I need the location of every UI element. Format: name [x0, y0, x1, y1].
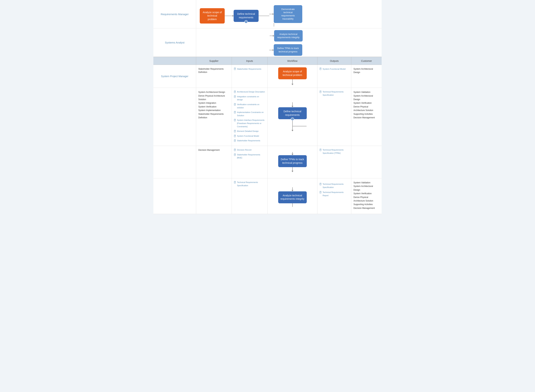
row-inputs-1: Stakeholder Requirements: [232, 65, 267, 88]
arrow-in: [292, 106, 293, 107]
arrow-tpm-in: [292, 154, 293, 155]
row-outputs-4: Technical Requirements Specification Tec…: [317, 178, 351, 214]
doc-item: Technical Requirements Report: [320, 191, 349, 197]
row-inputs-2: Architectural Design Description Integra…: [232, 88, 267, 146]
doc-icon: [234, 181, 236, 183]
table-row-3: Decision Management Decision Record Stak…: [153, 146, 382, 178]
doc-icon: [234, 139, 236, 142]
svg-rect-7: [234, 130, 236, 132]
supplier-line: System Verification: [198, 105, 230, 108]
fork-h: [292, 126, 307, 126]
doc-item: System Interface Requirements [Flowdown …: [234, 119, 265, 128]
row-role-1: System Project Manager: [153, 65, 196, 88]
col-header-customer: Customer: [351, 57, 382, 65]
doc-item: Stakeholder Requirements [MoE]: [234, 153, 265, 159]
workflow-box-3[interactable]: Define TPMs to track technical progress: [278, 155, 307, 167]
swim-label-requirements-manager: Requirements Manager: [153, 0, 196, 28]
row-supplier-4: [196, 178, 232, 214]
row-supplier-3: Decision Management: [196, 146, 232, 178]
doc-item: Decision Record: [234, 149, 265, 152]
arrow-branch-1: [269, 14, 274, 14]
customer-line: System Validation: [353, 90, 379, 94]
plus-badge-2: +: [291, 117, 294, 121]
table-row-4: Technical Requirements Specification Ana…: [153, 178, 382, 214]
doc-icon: [320, 90, 322, 93]
arrow-down-1: [292, 84, 293, 85]
box-analyze-integrity-top[interactable]: Analyze technical requirements integrity: [274, 30, 303, 42]
connector-integrity-down: [292, 203, 293, 207]
row-outputs-2: Technical Requirements Specification: [317, 88, 351, 146]
customer-line: Supporting Activities: [353, 112, 379, 116]
doc-icon: [234, 103, 236, 106]
row-workflow-3: Define TPMs to track technical progress: [267, 146, 317, 178]
customer-line: Derive Physical Architecture Solution: [353, 196, 379, 203]
svg-rect-10: [320, 91, 321, 93]
row-outputs-3: Technical Requirements Specification [TP…: [317, 146, 351, 178]
svg-rect-6: [234, 119, 236, 121]
svg-rect-1: [320, 68, 321, 70]
doc-item: System Functional Model: [234, 135, 265, 138]
doc-icon: [234, 95, 236, 98]
customer-line: System Verification: [353, 101, 379, 105]
doc-icon: [234, 111, 236, 113]
workflow-box-4[interactable]: Analyze technical requirements integrity: [278, 191, 307, 203]
supplier-line: System Integration: [198, 101, 230, 105]
svg-rect-0: [234, 68, 236, 70]
doc-item: Technical Requirements Specification: [234, 181, 265, 187]
box-demonstrate[interactable]: Demonstrate technical requirements trace…: [274, 5, 302, 23]
row-workflow-1: Analyze scope of technical problem: [267, 65, 317, 88]
svg-rect-8: [234, 135, 236, 137]
svg-rect-13: [320, 149, 321, 151]
doc-item: Technical Requirements Specification: [320, 90, 349, 97]
box-analyze-scope-top[interactable]: Analyze scope of technical problem: [200, 8, 225, 24]
svg-rect-16: [320, 191, 321, 193]
table-header: Supplier Inputs Workflow Outputs Custome…: [153, 57, 382, 65]
arrow-branch-3: [269, 50, 274, 50]
doc-item: Element Detailed Design: [234, 130, 265, 133]
doc-item: Verification constraints on solution: [234, 103, 265, 109]
arrow-integrity-in: [292, 190, 293, 191]
supplier-line: System Architectural Design: [198, 90, 230, 94]
arrow-branch-2: [270, 36, 274, 36]
bottom-table-section: Supplier Inputs Workflow Outputs Custome…: [153, 57, 382, 214]
customer-line: Decision Management: [353, 206, 379, 210]
connector-down-2: [292, 126, 293, 130]
svg-rect-3: [234, 95, 236, 98]
customer-line: System Verification: [353, 192, 379, 195]
box-define-tpms-top[interactable]: Define TPMs to track technical progress: [274, 44, 302, 56]
connector-tpm-down: [292, 167, 293, 171]
customer-line: Derive Physical Architecture Solution: [353, 105, 379, 112]
doc-item: Integration constraints on design: [234, 95, 265, 101]
connector-tpm-in: [292, 152, 293, 154]
svg-rect-15: [320, 183, 321, 185]
doc-item: Technical Requirements Specification: [320, 183, 349, 189]
row-workflow-2: Define technical requirements +: [267, 88, 317, 146]
table-row-1: System Project Manager Stakeholder Requi…: [153, 65, 382, 88]
doc-icon: [234, 135, 236, 137]
customer-line: Decision Management: [353, 116, 379, 119]
col-header-role: [153, 57, 196, 65]
arrow-tpm-down: [292, 171, 293, 172]
doc-icon: [320, 149, 322, 151]
workflow-box-1[interactable]: Analyze scope of technical problem: [278, 67, 307, 79]
row-supplier-1: Stakeholder Requirements Definition: [196, 65, 232, 88]
row-customer-1: System Architectural Design: [351, 65, 382, 88]
row-role-4: [153, 178, 196, 214]
doc-icon: [234, 130, 236, 132]
row-supplier-2: System Architectural Design Derive Physi…: [196, 88, 232, 146]
svg-rect-2: [234, 91, 236, 93]
customer-line: Supporting Activities: [353, 203, 379, 206]
svg-rect-12: [234, 154, 236, 156]
row-role-3: [153, 146, 196, 178]
connector-integrity-in: [292, 187, 293, 190]
doc-icon: [234, 68, 236, 70]
supplier-line: Stakeholder Requirements Definition: [198, 112, 230, 120]
connector-down-1: [292, 79, 293, 84]
table-row-2: System Architectural Design Derive Physi…: [153, 88, 382, 146]
row-role-2: [153, 88, 196, 146]
connector-fork: [292, 121, 293, 126]
doc-icon: [234, 90, 236, 93]
col-header-workflow: Workflow: [267, 57, 317, 65]
doc-icon: [234, 154, 236, 156]
col-header-outputs: Outputs: [317, 57, 351, 65]
